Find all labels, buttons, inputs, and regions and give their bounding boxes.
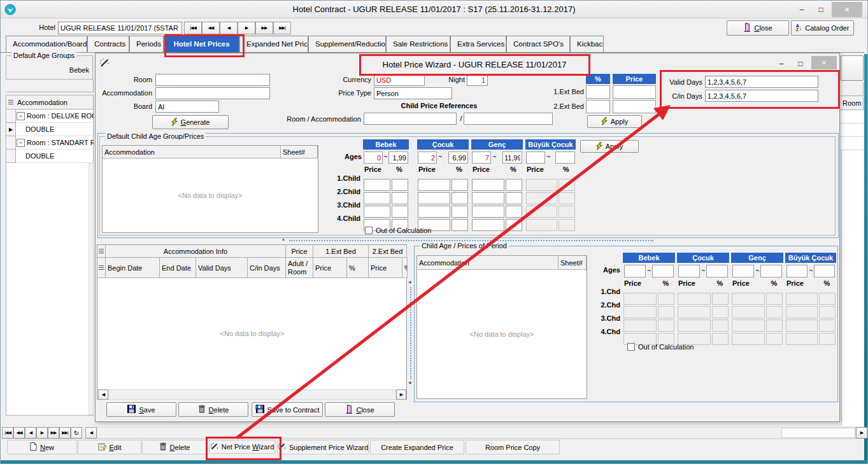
ext-bed1-percent-cell[interactable]: [586, 85, 610, 99]
bottom-nav-first-button[interactable]: |◀◀: [2, 427, 13, 439]
child-percent-cell[interactable]: [392, 179, 408, 191]
minimize-button[interactable]: –: [793, 3, 811, 16]
edit-button[interactable]: Edit: [78, 440, 141, 454]
valid-days-input[interactable]: [705, 76, 818, 88]
sheet-column-header[interactable]: Sheet#: [559, 256, 587, 270]
ext-bed1-group-header[interactable]: 1.Ext Bed: [313, 245, 369, 258]
tab-sale-restrictions[interactable]: Sale Restrictions: [386, 36, 450, 52]
accommodation-column-header[interactable]: Accommodation: [417, 256, 559, 270]
child-percent-cell[interactable]: [452, 219, 468, 231]
age-from-cell[interactable]: [624, 265, 646, 278]
currency-input[interactable]: [374, 74, 425, 86]
price-column-header[interactable]: Price: [313, 258, 347, 278]
tab-extra-services[interactable]: Extra Services: [450, 36, 506, 52]
accommodation-reference-input[interactable]: [464, 113, 553, 125]
end-date-column-header[interactable]: End Date: [160, 258, 196, 278]
tree-row[interactable]: − Room : STANDART R: [17, 136, 94, 150]
save-to-contract-button[interactable]: Save to Contract: [252, 402, 323, 417]
tab-kickback[interactable]: Kickback: [570, 36, 604, 52]
wizard-close-button[interactable]: ×: [811, 56, 837, 69]
hscroll-right-arrow[interactable]: ▶: [856, 427, 867, 439]
age-to-cell[interactable]: [388, 151, 408, 164]
room-input[interactable]: [155, 74, 270, 86]
child-price-cell[interactable]: [364, 179, 390, 191]
ext-bed2-price-cell[interactable]: [613, 100, 656, 113]
percent-column-header[interactable]: %: [347, 258, 369, 278]
net-price-wizard-button[interactable]: Net Price Wizard: [209, 440, 275, 454]
valid-days-column-header[interactable]: Valid Days: [196, 258, 248, 278]
begin-date-column-header[interactable]: Begin Date: [106, 258, 160, 278]
supplement-price-wizard-button[interactable]: Supplement Price Wizard: [277, 440, 369, 454]
wizard-maximize-button[interactable]: □: [792, 59, 809, 69]
close-contract-button[interactable]: Close: [727, 20, 789, 36]
grid-hscroll-track[interactable]: [108, 390, 396, 400]
child-percent-cell[interactable]: [506, 179, 522, 191]
night-input[interactable]: [467, 74, 488, 86]
child-price-cell[interactable]: [364, 206, 390, 218]
hotel-input[interactable]: [58, 22, 182, 34]
tab-hotel-net-prices[interactable]: Hotel Net Prices: [164, 36, 239, 52]
hscroll-thumb[interactable]: [781, 428, 855, 438]
bottom-nav-next-button[interactable]: ▶: [36, 427, 48, 439]
grid-hscroll-left[interactable]: ◀: [98, 390, 108, 400]
ext-bed1-price-cell[interactable]: [613, 85, 656, 99]
delete-button[interactable]: Delete: [142, 440, 207, 454]
nav-prior-page-button[interactable]: ◀◀: [202, 22, 220, 34]
hscroll-track[interactable]: [97, 427, 856, 439]
apply-default-child-button[interactable]: Apply: [580, 140, 639, 153]
delete-wizard-button[interactable]: Delete: [178, 402, 248, 417]
tab-expanded-net-price[interactable]: Expanded Net Price: [239, 36, 308, 52]
grid-properties-icon[interactable]: [97, 258, 106, 278]
tree-vertical-scrollbar[interactable]: [89, 163, 94, 415]
age-to-cell[interactable]: [652, 265, 674, 278]
catalog-order-button[interactable]: AZ ↓ Catalog Order: [791, 20, 854, 36]
child-price-cell[interactable]: [472, 206, 504, 218]
close-wizard-button[interactable]: Close: [325, 402, 395, 417]
child-price-cell[interactable]: [418, 206, 450, 218]
out-of-calculation-checkbox[interactable]: [365, 227, 373, 234]
hscroll-left-arrow[interactable]: ◀: [85, 427, 97, 439]
tab-accommodation-board[interactable]: Accommodation/Board: [6, 36, 87, 52]
age-from-cell[interactable]: [418, 151, 437, 164]
child-price-cell[interactable]: [364, 192, 390, 204]
tree-row[interactable]: DOUBLE: [17, 150, 94, 163]
grid-properties-icon[interactable]: [6, 95, 16, 109]
nav-next-page-button[interactable]: ▶▶: [255, 22, 273, 34]
age-from-cell[interactable]: [472, 151, 491, 164]
child-price-cell[interactable]: [472, 179, 504, 191]
tab-supplement-reduction[interactable]: Supplement/Reduction: [308, 36, 386, 52]
save-button[interactable]: Save: [106, 402, 176, 417]
splitter-collapse-icon[interactable]: ◀: [408, 279, 411, 284]
wizard-minimize-button[interactable]: –: [773, 59, 790, 69]
room-price-copy-button[interactable]: Room Price Copy: [466, 440, 560, 454]
age-to-cell[interactable]: [502, 151, 522, 164]
create-expanded-price-button[interactable]: Create Expanded Price: [370, 440, 464, 454]
default-child-grid[interactable]: Accommodation Sheet# <No data to display…: [102, 145, 318, 233]
collapse-icon[interactable]: −: [17, 112, 25, 120]
ext-bed2-percent-cell[interactable]: [586, 100, 610, 113]
close-window-button[interactable]: ×: [832, 2, 862, 17]
sheet-column-header[interactable]: Sheet#: [281, 146, 318, 158]
age-to-cell[interactable]: [706, 265, 728, 278]
child-percent-cell[interactable]: [452, 206, 468, 218]
splitter-collapse-icon[interactable]: ◀: [408, 380, 411, 384]
child-percent-cell[interactable]: [392, 206, 408, 218]
tab-contracts[interactable]: Contracts: [87, 36, 129, 52]
maximize-button[interactable]: □: [812, 3, 830, 16]
apply-ext-bed-button[interactable]: Apply: [587, 115, 642, 128]
price-type-input[interactable]: [374, 87, 452, 99]
age-to-cell[interactable]: [760, 265, 782, 278]
bottom-nav-last-button[interactable]: ▶▶|: [59, 427, 71, 439]
nav-next-button[interactable]: ▶: [238, 22, 255, 34]
nav-last-button[interactable]: ▶▶|: [273, 22, 291, 34]
child-percent-cell[interactable]: [506, 206, 522, 218]
child-percent-cell[interactable]: [506, 192, 522, 204]
nav-prior-button[interactable]: ◀: [220, 22, 238, 34]
child-price-cell[interactable]: [418, 179, 450, 191]
child-period-grid[interactable]: Accommodation Sheet# <No data to display…: [416, 255, 587, 399]
child-price-cell[interactable]: [472, 192, 504, 204]
tab-contract-spos[interactable]: Contract SPO's: [506, 36, 570, 52]
collapse-icon[interactable]: −: [17, 139, 25, 147]
bottom-nav-prior-button[interactable]: ◀: [25, 427, 36, 439]
child-price-cell[interactable]: [418, 192, 450, 204]
